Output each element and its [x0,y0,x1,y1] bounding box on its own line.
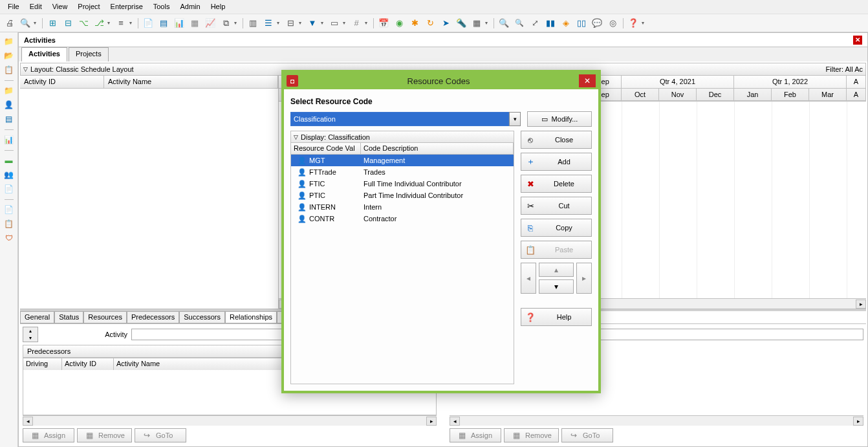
zoom-fit-icon[interactable]: ⤢ [528,16,542,30]
dropdown-icon[interactable]: ▾ [129,20,135,26]
col-activity-id[interactable]: Activity ID [20,76,104,88]
dialog-titlebar[interactable]: ◘ Resource Codes ✕ [284,72,598,89]
succ-scrollbar[interactable]: ◂▸ [450,415,863,426]
usage-icon[interactable]: ▦ [188,16,202,30]
paste-button[interactable]: 📋Paste [521,241,592,259]
dropdown-icon[interactable]: ▾ [234,20,239,26]
detail-tab-status[interactable]: Status [54,311,83,323]
bars2-icon[interactable]: ▯▯ [574,16,589,30]
remove-button[interactable]: ▦Remove [77,428,132,442]
tab-activities[interactable]: Activities [21,47,67,61]
menu-project[interactable]: Project [72,1,105,12]
menu-help[interactable]: Help [206,1,231,12]
print-icon[interactable]: 🖨 [3,16,17,30]
col-act-id[interactable]: Activity ID [62,358,114,370]
dropdown-icon[interactable]: ▾ [34,20,39,26]
help-button[interactable]: ❓Help [521,308,592,326]
menu-admin[interactable]: Admin [175,1,205,12]
nav-up-icon[interactable]: ▴ [539,263,574,277]
detail-tab-successors[interactable]: Successors [179,311,225,323]
chart-icon[interactable]: ≡ [114,16,128,30]
close-button[interactable]: ⎋Close [521,131,592,149]
col-code-value[interactable]: Resource Code Val [291,143,361,154]
close-icon[interactable]: ✕ [579,74,596,87]
schedule-icon[interactable]: 📅 [376,16,391,30]
spotlight-icon[interactable]: 🔦 [454,16,468,30]
goto-button[interactable]: ↪GoTo [135,428,186,442]
wp-icon[interactable]: 📄 [3,182,16,195]
update-icon[interactable]: ↻ [423,16,437,30]
bars-icon[interactable]: ☰ [261,16,276,30]
combo-input[interactable] [290,112,509,126]
projects-icon[interactable]: 📁 [3,35,16,48]
code-row[interactable]: 👤FTIC Full Time Individual Contributor [291,178,514,190]
layout-icon[interactable]: ⊞ [45,16,60,30]
nav-left-icon[interactable]: ◂ [521,263,536,294]
apply-icon[interactable]: ✱ [407,16,422,30]
progress-icon[interactable]: ➤ [439,16,453,30]
chat-icon[interactable]: 💬 [590,16,604,30]
code-row[interactable]: 👤CONTR Contractor [291,213,514,224]
collapse-icon[interactable]: ▮▮ [543,16,558,30]
dropdown-icon[interactable]: ▾ [299,20,304,26]
folder-icon[interactable]: 📁 [3,84,16,97]
network-icon[interactable]: ⧉ [219,16,233,30]
detail-tab-resources[interactable]: Resources [83,311,127,323]
display-bar[interactable]: ▽ Display: Classification [291,131,514,143]
dropdown-icon[interactable]: ▾ [277,20,282,26]
menu-edit[interactable]: Edit [25,1,47,12]
col-driving[interactable]: Driving [23,358,62,370]
pred-scrollbar[interactable]: ◂▸ [23,415,437,426]
scroll-right-icon[interactable]: ▸ [853,417,863,426]
copy-button[interactable]: ⎘Copy [521,219,592,237]
print-preview-icon[interactable]: 🔍 [18,16,32,30]
detail-tab-predecessors[interactable]: Predecessors [127,311,179,323]
level-icon[interactable]: ◉ [392,16,406,30]
menu-view[interactable]: View [47,1,73,12]
menu-enterprise[interactable]: Enterprise [105,1,148,12]
add-button[interactable]: ＋Add [521,153,592,171]
expand-icon[interactable]: ◈ [559,16,573,30]
gantt-icon[interactable]: ▤ [157,16,171,30]
tab-projects[interactable]: Projects [69,47,109,61]
code-row[interactable]: 👤PTIC Part Time Individual Contributor [291,190,514,201]
code-row[interactable]: 👤MGT Management [291,155,514,166]
group-icon[interactable]: ⊟ [283,16,298,30]
cut-button[interactable]: ✂Cut [521,197,592,215]
tracking-icon[interactable]: ▬ [3,154,16,167]
code-row[interactable]: 👤INTERN Intern [291,201,514,213]
hierarchy-icon[interactable]: ⎇ [92,16,106,30]
threshold-icon[interactable]: 🛡 [3,232,16,245]
scroll-left-icon[interactable]: ◂ [450,417,460,426]
modify-button[interactable]: ▭ Modify... [527,111,592,127]
remove-button-2[interactable]: ▦Remove [504,428,559,442]
dropdown-icon[interactable]: ▾ [642,20,647,26]
columns-icon[interactable]: ▥ [246,16,260,30]
dropdown-icon[interactable]: ▾ [343,20,348,26]
col-activity-name[interactable]: Activity Name [104,76,278,88]
zoom-out-icon[interactable]: 🔍 [512,16,526,30]
assign-button-2[interactable]: ▦Assign [450,428,501,442]
delete-button[interactable]: ✖Delete [521,175,592,193]
tree-icon[interactable]: ⌥ [76,16,91,30]
zoom-in-icon[interactable]: 🔍 [497,16,511,30]
detail-tab-relationships[interactable]: Relationships [225,311,277,323]
menu-file[interactable]: File [3,1,25,12]
chevron-down-icon[interactable]: ▾ [509,112,521,126]
activity-icon[interactable]: ▤ [3,113,16,125]
classification-combo[interactable]: ▾ [290,112,521,126]
nav-right-icon[interactable]: ▸ [576,263,592,294]
doc-icon[interactable]: 📄 [3,203,16,216]
code-row[interactable]: 👤FTTrade Trades [291,166,514,178]
dropdown-icon[interactable]: ▾ [485,20,490,26]
layout2-icon[interactable]: ⊟ [61,16,75,30]
assign-button[interactable]: ▦Assign [23,428,74,442]
expense-icon[interactable]: 📋 [3,217,16,230]
nav-down-icon[interactable]: ▾ [539,279,574,294]
profile-icon[interactable]: 📈 [203,16,217,30]
filter-icon[interactable]: ▼ [305,16,320,30]
dropdown-icon[interactable]: ▾ [365,20,370,26]
timescale-icon[interactable]: ▭ [327,16,342,30]
portfolio-icon[interactable]: 📋 [3,63,16,76]
trace-icon[interactable]: 📊 [172,16,186,30]
